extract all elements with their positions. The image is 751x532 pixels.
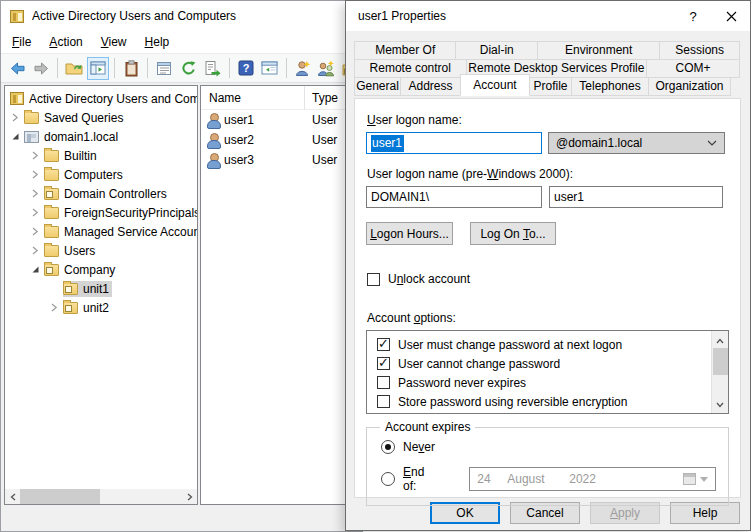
end-of-radio[interactable] (381, 472, 395, 486)
chevron-right-icon[interactable] (31, 246, 44, 255)
tab-sessions[interactable]: Sessions (659, 41, 740, 60)
folder-icon (44, 150, 59, 162)
new-user-icon[interactable] (292, 57, 314, 80)
chevron-right-icon[interactable] (31, 227, 44, 236)
tree-item-saved-queries[interactable]: Saved Queries (5, 108, 197, 127)
option-row[interactable]: User cannot change password (367, 354, 728, 373)
logon-hours-button[interactable]: Logon Hours... (366, 222, 453, 245)
domain-suffix-dropdown[interactable]: @domain1.local (548, 132, 725, 154)
tab-row-1: Member Of Dial-in Environment Sessions (354, 41, 740, 60)
tree-item-unit2[interactable]: unit2 (5, 298, 197, 317)
scroll-down-arrow-icon[interactable] (712, 397, 728, 411)
export-list-icon[interactable] (202, 57, 224, 80)
new-group-icon[interactable] (316, 57, 338, 80)
chevron-right-icon[interactable] (31, 151, 44, 160)
user-logon-name-input[interactable]: user1 (366, 132, 542, 154)
tab-general[interactable]: General (354, 77, 401, 96)
chevron-right-icon[interactable] (31, 189, 44, 198)
account-expires-group: Account expires Never End of: 24 August … (366, 427, 729, 506)
tree-item-unit1[interactable]: unit1 (5, 279, 197, 298)
show-console-tree-icon[interactable] (87, 57, 109, 80)
tab-organization[interactable]: Organization (648, 77, 731, 96)
tree-item-root[interactable]: Active Directory Users and Computers (5, 89, 197, 108)
tree-item-computers[interactable]: Computers (5, 165, 197, 184)
properties-icon[interactable] (153, 57, 175, 80)
scroll-right-arrow-icon[interactable] (182, 489, 197, 504)
refresh-icon[interactable] (178, 57, 200, 80)
tab-account[interactable]: Account (460, 74, 530, 96)
toolbar-separator (57, 58, 58, 78)
dialog-title: user1 Properties (358, 9, 674, 23)
tree-item-domain-controllers[interactable]: Domain Controllers (5, 184, 197, 203)
close-icon[interactable] (712, 1, 750, 31)
folder-icon (44, 169, 59, 181)
chevron-down-icon[interactable] (31, 265, 44, 274)
tree-item-builtin[interactable]: Builtin (5, 146, 197, 165)
menu-help[interactable]: Help (136, 32, 179, 52)
list-item-user3[interactable]: user3 User (201, 150, 363, 170)
menu-action[interactable]: Action (40, 32, 91, 52)
option-checkbox[interactable] (377, 338, 390, 351)
option-checkbox[interactable] (377, 357, 390, 370)
tree-item-domain1-local[interactable]: domain1.local (5, 127, 197, 146)
tab-member-of[interactable]: Member Of (354, 41, 456, 60)
tree-item-managed-service-accounts[interactable]: Managed Service Accounts (5, 222, 197, 241)
tab-environment[interactable]: Environment (537, 41, 660, 60)
tab-profile[interactable]: Profile (529, 77, 572, 96)
option-checkbox[interactable] (377, 395, 390, 408)
up-one-level-icon[interactable] (63, 57, 85, 80)
calendar-dropdown-button[interactable] (683, 473, 708, 485)
console-root-icon (10, 92, 24, 105)
tab-control: Member Of Dial-in Environment Sessions R… (354, 41, 740, 96)
scrollbar-thumb[interactable] (713, 348, 728, 375)
chevron-down-icon[interactable] (11, 132, 24, 141)
dialog-help-button[interactable]: ? (674, 1, 712, 31)
scrollbar-thumb[interactable] (20, 489, 100, 504)
menu-view[interactable]: View (92, 32, 136, 52)
toolbar-separator (114, 58, 115, 78)
tab-com-plus[interactable]: COM+ (646, 59, 740, 78)
tree-item-foreign-security-principals[interactable]: ForeignSecurityPrincipals (5, 203, 197, 222)
tab-telephones[interactable]: Telephones (571, 77, 649, 96)
unlock-account-row[interactable]: Unlock account (367, 272, 729, 286)
scroll-up-arrow-icon[interactable] (712, 333, 728, 347)
list-item-user2[interactable]: user2 User (201, 130, 363, 150)
clipboard-icon[interactable] (120, 57, 142, 80)
menu-file[interactable]: File (3, 32, 40, 52)
scroll-left-arrow-icon[interactable] (5, 489, 20, 504)
tab-address[interactable]: Address (400, 77, 461, 96)
tree-item-company[interactable]: Company (5, 260, 197, 279)
expires-end-of-row[interactable]: End of: 24 August 2022 (381, 465, 716, 493)
log-on-to-button[interactable]: Log On To... (470, 222, 556, 245)
expires-never-row[interactable]: Never (381, 440, 716, 454)
help-icon[interactable]: ? (235, 57, 257, 80)
forward-icon[interactable] (30, 57, 52, 80)
tab-dial-in[interactable]: Dial-in (455, 41, 538, 60)
chevron-right-icon[interactable] (50, 303, 63, 312)
chevron-right-icon[interactable] (31, 170, 44, 179)
option-checkbox[interactable] (377, 376, 390, 389)
expiry-date-picker[interactable]: 24 August 2022 (469, 467, 716, 491)
option-row[interactable]: User must change password at next logon (367, 335, 728, 354)
new-window-icon[interactable] (259, 57, 281, 80)
pre-windows-2000-domain-input[interactable] (366, 186, 542, 208)
list-header: Name Type (201, 86, 363, 110)
never-radio[interactable] (381, 440, 395, 454)
pre-windows-2000-name-input[interactable] (549, 186, 723, 208)
chevron-right-icon[interactable] (11, 113, 24, 122)
horizontal-scrollbar[interactable] (5, 489, 197, 504)
list-item-user1[interactable]: user1 User (201, 110, 363, 130)
calendar-icon (683, 473, 696, 485)
chevron-right-icon[interactable] (31, 208, 44, 217)
column-header-name[interactable]: Name (201, 86, 305, 109)
unlock-account-checkbox[interactable] (367, 273, 380, 286)
vertical-scrollbar[interactable] (711, 331, 728, 413)
back-icon[interactable] (6, 57, 28, 80)
option-row[interactable]: Store password using reversible encrypti… (367, 392, 728, 411)
tree-item-users[interactable]: Users (5, 241, 197, 260)
tab-remote-control[interactable]: Remote control (354, 59, 467, 78)
option-row[interactable]: Password never expires (367, 373, 728, 392)
unlock-account-label: Unlock account (388, 272, 470, 286)
mmc-menubar: File Action View Help (1, 31, 362, 53)
tab-row-2: Remote control Remote Desktop Services P… (354, 59, 740, 78)
